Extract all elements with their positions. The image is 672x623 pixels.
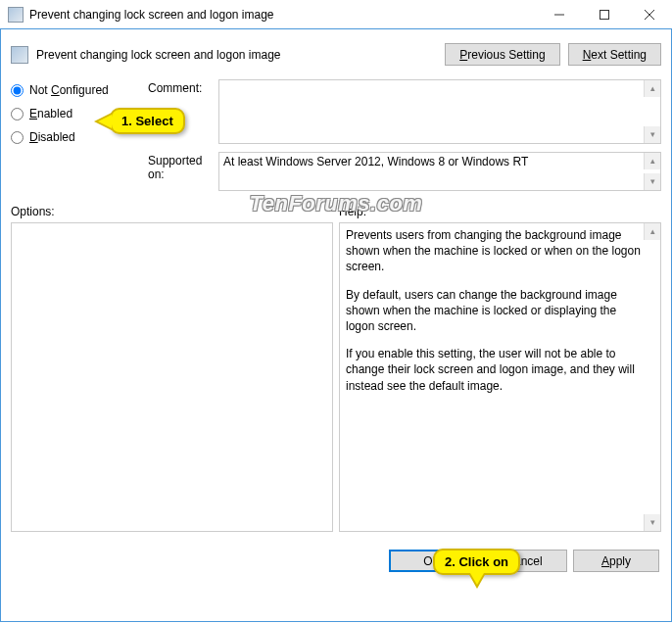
scroll-up-icon[interactable]: ▴ [644, 153, 660, 169]
minimize-button[interactable] [537, 0, 582, 28]
header-row: Prevent changing lock screen and logon i… [11, 43, 661, 66]
help-text-2: By default, users can change the backgro… [346, 287, 641, 335]
policy-icon [11, 46, 28, 64]
radio-not-configured-input[interactable] [11, 84, 24, 97]
scroll-up-icon[interactable]: ▴ [644, 80, 660, 97]
maximize-button[interactable] [582, 0, 627, 28]
scroll-down-icon[interactable]: ▾ [644, 514, 660, 531]
help-text-1: Prevents users from changing the backgro… [346, 227, 641, 275]
comment-label: Comment: [148, 81, 202, 95]
scroll-up-icon[interactable]: ▴ [644, 223, 660, 240]
next-setting-button[interactable]: Next Setting [568, 43, 661, 66]
app-icon [8, 7, 24, 23]
radio-disabled-input[interactable] [11, 131, 24, 144]
titlebar: Prevent changing lock screen and logon i… [0, 0, 672, 29]
options-label: Options: [11, 205, 333, 218]
callout-click: 2. Click on [433, 549, 520, 575]
help-text-3: If you enable this setting, the user wil… [346, 346, 641, 394]
options-pane [11, 222, 333, 532]
window-controls [537, 0, 672, 28]
help-pane: Prevents users from changing the backgro… [339, 222, 661, 532]
close-button[interactable] [627, 0, 672, 28]
svg-rect-1 [600, 10, 609, 19]
callout-select: 1. Select [110, 108, 185, 134]
window-title: Prevent changing lock screen and logon i… [29, 8, 537, 22]
radio-enabled-input[interactable] [11, 108, 24, 120]
comment-field[interactable]: ▴ ▾ [218, 79, 661, 144]
footer-buttons: OK Cancel Apply [1, 540, 671, 582]
scroll-down-icon[interactable]: ▾ [644, 126, 660, 143]
supported-label: Supported on: [148, 154, 202, 181]
previous-setting-button[interactable]: Previous Setting [445, 43, 559, 66]
apply-button[interactable]: Apply [573, 550, 659, 572]
radio-not-configured[interactable]: Not Configured [11, 83, 148, 97]
scroll-down-icon[interactable]: ▾ [644, 173, 660, 190]
policy-title: Prevent changing lock screen and logon i… [36, 48, 437, 62]
help-label: Help: [339, 205, 661, 218]
supported-field: At least Windows Server 2012, Windows 8 … [218, 152, 661, 191]
